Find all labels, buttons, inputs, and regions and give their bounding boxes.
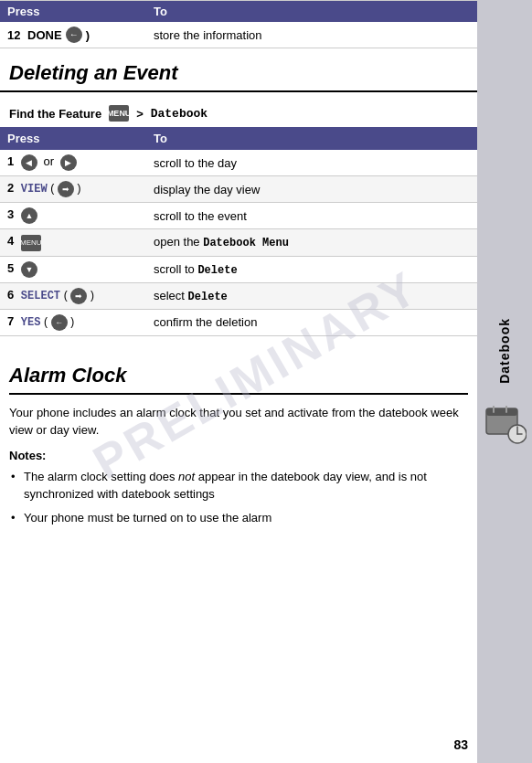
delete-code-1: Delete [197,264,237,277]
list-item: The alarm clock setting does not appear … [9,468,468,503]
find-feature-code: Datebook [151,107,207,121]
action-cell: select Delete [146,282,477,309]
action-cell: display the day view [146,176,477,203]
press-cell: 4 MENU [0,229,146,257]
deleting-section-title: Deleting an Event [0,48,477,92]
left-soft-icon-2: ➡ [70,288,87,304]
datebook-menu-code: Datebook Menu [203,237,289,249]
nav-up-icon: ▲ [21,207,37,224]
table-row: 7 YES ( ← ) confirm the deletion [0,309,477,335]
menu-icon: MENU [109,105,129,122]
paren-open: ( [50,182,54,195]
press-cell: 7 YES ( ← ) [0,309,146,335]
nav-right-icon: ▶ [60,154,77,171]
table-row: 12 DONE ← ) store the information [0,22,477,48]
find-feature-arrow: > [136,107,144,121]
main-press-header: Press [0,127,146,150]
right-soft-icon: ➡ [58,181,74,197]
row-number: 5 [7,261,14,275]
sidebar-label: Datebook [497,318,512,384]
page-number: 83 [453,737,468,752]
action-cell: confirm the deletion [146,309,477,335]
or-text: or [43,154,54,168]
nav-down-icon: ▼ [21,261,37,278]
datebook-icon [483,401,527,445]
nav-left-icon: ◀ [21,154,37,171]
sidebar: Datebook [477,0,532,763]
svg-rect-1 [486,408,517,416]
row-number: 1 [7,154,14,168]
alarm-section: Alarm Clock Your phone includes an alarm… [0,351,477,527]
table-row: 4 MENU open the Datebook Menu [0,229,477,257]
paren-close: ) [78,182,81,195]
press-cell: 1 ◀ or ▶ [0,150,146,176]
row-number: 4 [7,234,14,248]
main-table: Press To 1 ◀ or ▶ scroll to the day 2 VI… [0,127,477,336]
row-number: 12 [7,28,20,42]
action-cell: open the Datebook Menu [146,229,477,257]
view-button-label: VIEW [21,183,48,196]
alarm-section-title: Alarm Clock [9,351,468,395]
action-cell: store the information [146,22,477,48]
back-soft-icon: ← [51,314,68,331]
find-feature-row: Find the Feature MENU > Datebook [0,100,477,127]
press-cell: 6 SELECT ( ➡ ) [0,282,146,309]
list-item: Your phone must be turned on to use the … [9,509,468,527]
row-number: 6 [7,288,14,302]
table-row: 5 ▼ scroll to Delete [0,256,477,282]
yes-button-label: YES [21,316,41,329]
press-cell: 12 DONE ← ) [0,22,146,48]
table-row: 1 ◀ or ▶ scroll to the day [0,150,477,176]
table-row: 2 VIEW ( ➡ ) display the day view [0,176,477,203]
menu-icon-small: MENU [21,235,41,251]
delete-code-2: Delete [188,291,228,303]
table-row: 3 ▲ scroll to the event [0,203,477,229]
press-cell: 5 ▼ [0,256,146,282]
row-number: 7 [7,314,14,328]
action-cell: scroll to the event [146,203,477,229]
table-row: 6 SELECT ( ➡ ) select Delete [0,282,477,309]
press-cell: 3 ▲ [0,203,146,229]
row-number: 2 [7,181,14,195]
not-emphasis: not [178,470,195,483]
action-cell: scroll to the day [146,150,477,176]
select-button-label: SELECT [21,290,60,302]
top-table-to-header: To [146,1,477,23]
press-cell: 2 VIEW ( ➡ ) [0,176,146,203]
find-feature-label: Find the Feature [9,107,101,121]
action-cell: scroll to Delete [146,256,477,282]
top-table: Press To 12 DONE ← ) store the informati… [0,0,477,48]
row-number: 3 [7,207,14,221]
top-table-press-header: Press [0,1,146,23]
notes-list: The alarm clock setting does not appear … [9,468,468,527]
main-to-header: To [146,127,477,150]
notes-label: Notes: [9,449,468,462]
done-button-label: DONE ← ) [27,26,90,43]
back-icon: ← [66,26,82,43]
alarm-body-text: Your phone includes an alarm clock that … [9,404,468,440]
